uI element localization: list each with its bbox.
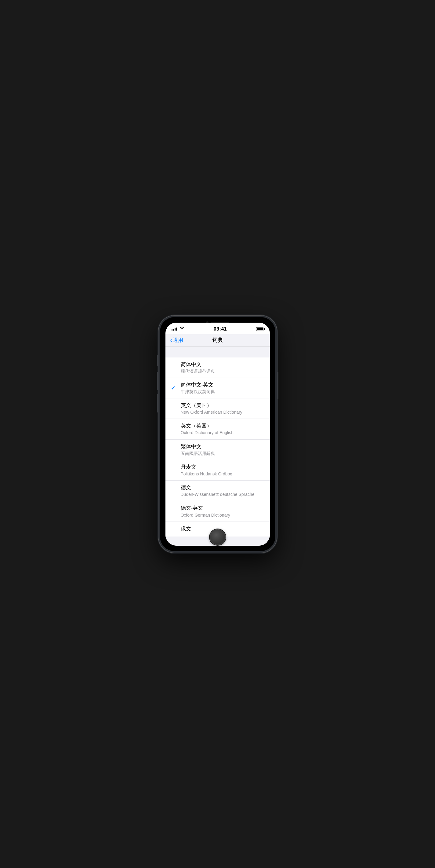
signal-bar-4 (176, 328, 177, 331)
battery-icon (256, 327, 263, 331)
list-item[interactable]: ✓简体中文-英文牛津英汉汉英词典 (165, 378, 270, 398)
dictionary-title: 英文（英国） (181, 423, 265, 429)
list-item[interactable]: 丹麦文Politikens Nudansk Ordbog (165, 460, 270, 480)
dictionary-subtitle: Oxford Dictionary of English (181, 430, 265, 435)
signal-bar-3 (175, 328, 175, 331)
list-item[interactable]: 德文Duden-Wissensnetz deutsche Sprache (165, 480, 270, 501)
dictionary-subtitle: 现代汉语规范词典 (181, 369, 265, 374)
content-area: 简体中文现代汉语规范词典✓简体中文-英文牛津英汉汉英词典英文（美国）New Ox… (165, 346, 270, 546)
signal-bar-1 (172, 329, 172, 331)
back-button[interactable]: ‹ 通用 (170, 337, 183, 344)
signal-strength (172, 328, 177, 331)
navigation-bar: ‹ 通用 词典 (165, 334, 270, 346)
dictionary-subtitle: 五南國語活用辭典 (181, 451, 265, 456)
dictionary-title: 简体中文-英文 (181, 381, 265, 388)
status-bar: 09:41 (165, 322, 270, 334)
phone-frame: 09:41 ‹ 通用 词典 简体中文现 (158, 315, 277, 553)
list-item[interactable]: 德文-英文Oxford German Dictionary (165, 501, 270, 522)
dictionary-title: 德文 (181, 484, 265, 491)
dictionary-list: 简体中文现代汉语规范词典✓简体中文-英文牛津英汉汉英词典英文（美国）New Ox… (165, 358, 270, 536)
screen: 09:41 ‹ 通用 词典 简体中文现 (165, 322, 270, 546)
wifi-icon (179, 327, 185, 331)
dictionary-title: 丹麦文 (181, 464, 265, 470)
dictionary-subtitle: Politikens Nudansk Ordbog (181, 471, 265, 476)
dictionary-subtitle: New Oxford American Dictionary (181, 409, 265, 415)
status-left (172, 327, 185, 331)
volume-down-button[interactable] (157, 394, 158, 412)
checkmark-icon: ✓ (171, 385, 175, 391)
phone-screen-bezel: 09:41 ‹ 通用 词典 简体中文现 (160, 317, 275, 551)
dictionary-title: 繁体中文 (181, 443, 265, 450)
dictionary-title: 英文（美国） (181, 402, 265, 409)
dictionary-title: 简体中文 (181, 361, 265, 368)
list-item[interactable]: 繁体中文五南國語活用辭典 (165, 440, 270, 460)
power-button[interactable] (277, 372, 278, 399)
dictionary-subtitle: 牛津英汉汉英词典 (181, 389, 265, 395)
mute-button[interactable] (157, 355, 158, 366)
dictionary-subtitle: Oxford German Dictionary (181, 513, 265, 518)
section-header (165, 346, 270, 358)
dictionary-title: 德文-英文 (181, 505, 265, 512)
list-item[interactable]: 简体中文现代汉语规范词典 (165, 358, 270, 378)
list-item[interactable]: 英文（英国）Oxford Dictionary of English (165, 419, 270, 439)
status-right (256, 327, 263, 331)
list-item[interactable]: 英文（美国）New Oxford American Dictionary (165, 398, 270, 419)
home-button[interactable] (210, 529, 226, 545)
battery-fill (257, 328, 263, 330)
back-arrow-icon: ‹ (170, 337, 172, 344)
volume-up-button[interactable] (157, 372, 158, 390)
status-time: 09:41 (214, 326, 227, 332)
page-title: 词典 (212, 337, 223, 344)
dictionary-subtitle: Duden-Wissensnetz deutsche Sprache (181, 492, 265, 497)
signal-bar-2 (173, 329, 174, 331)
